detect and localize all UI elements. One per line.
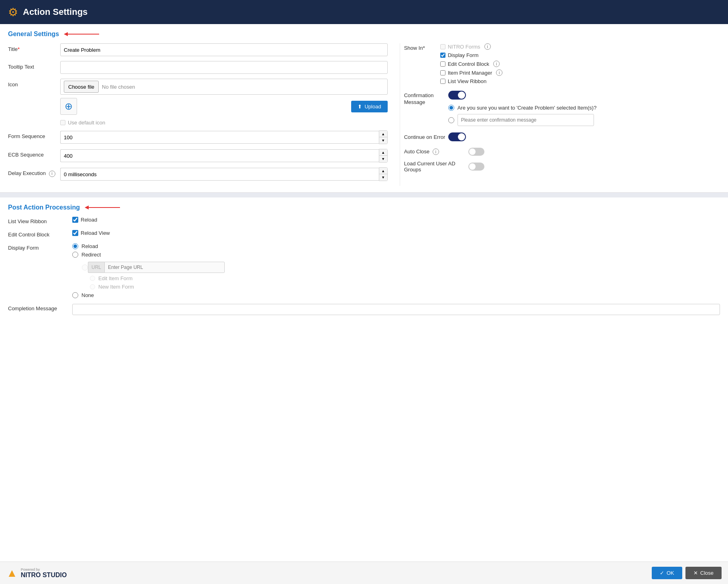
item-print-manager-info-icon: i xyxy=(496,69,502,76)
post-action-processing-section: Post Action Processing List View Ribbon … xyxy=(0,197,728,327)
ecb-sequence-up[interactable]: ▲ xyxy=(379,149,387,156)
confirmation-radio-2[interactable] xyxy=(448,114,597,126)
delay-execution-label: Delay Execution i xyxy=(8,167,60,177)
auto-close-info-icon: i xyxy=(433,149,439,155)
nitro-studio-text: NITRO STUDIO xyxy=(21,572,67,579)
icon-row: Icon Choose file No file chosen ⊕ ⬆ xyxy=(8,79,388,115)
ok-check-icon: ✓ xyxy=(660,570,664,576)
ecb-sequence-input[interactable] xyxy=(60,149,379,162)
nitro-branding: ▲ Powered by NITRO STUDIO xyxy=(6,567,67,580)
title-label: Title* xyxy=(8,43,60,52)
show-in-edit-control-block: Edit Control Block i xyxy=(440,61,503,67)
auto-close-toggle[interactable] xyxy=(468,148,484,156)
completion-message-label: Completion Message xyxy=(8,304,72,311)
use-default-icon-checkbox[interactable] xyxy=(60,120,65,125)
icon-file-input: Choose file No file chosen xyxy=(60,79,388,95)
form-sequence-up[interactable]: ▲ xyxy=(379,131,387,137)
completion-message-row: Completion Message xyxy=(8,304,720,315)
continue-on-error-row: Continue on Error xyxy=(404,132,720,141)
tooltip-row: Tooltip Text xyxy=(8,61,388,74)
display-form-none[interactable]: None xyxy=(72,292,225,298)
list-view-ribbon-reload[interactable]: Reload xyxy=(72,217,97,223)
list-view-ribbon-controls: Reload xyxy=(72,217,97,223)
edit-control-block-reload-view[interactable]: Reload View xyxy=(72,230,110,236)
ecb-sequence-input-wrap: ▲ ▼ xyxy=(60,149,388,163)
confirmation-message-row: ConfirmationMessage Are you sure you wan… xyxy=(404,91,720,126)
auto-close-label: Auto Close i xyxy=(404,149,468,155)
close-x-icon: ✕ xyxy=(693,570,698,576)
confirmation-radio-1[interactable]: Are you sure you want to 'Create Problem… xyxy=(448,105,597,111)
edit-control-block-controls: Reload View xyxy=(72,230,110,236)
delay-execution-info-icon: i xyxy=(49,171,55,177)
ecb-sequence-row: ECB Sequence ▲ ▼ xyxy=(8,149,388,163)
section-divider xyxy=(0,193,728,197)
display-form-redirect[interactable]: Redirect xyxy=(72,252,225,258)
title-row: Title* xyxy=(8,43,388,56)
form-sequence-input-wrap: ▲ ▼ xyxy=(60,130,388,144)
confirmation-message-controls: Are you sure you want to 'Create Problem… xyxy=(448,91,597,126)
right-col: Show In* NITRO Forms i Display Form xyxy=(400,43,720,186)
edit-control-block-row: Edit Control Block Reload View xyxy=(8,230,720,238)
form-sequence-down[interactable]: ▼ xyxy=(379,137,387,144)
choose-file-button[interactable]: Choose file xyxy=(64,81,99,93)
app-title: Action Settings xyxy=(23,7,87,17)
show-in-list: NITRO Forms i Display Form Edit Control … xyxy=(440,43,503,84)
close-button[interactable]: ✕ Close xyxy=(685,567,722,579)
show-in-item-print-manager: Item Print Manager i xyxy=(440,69,503,76)
confirmation-radio-group: Are you sure you want to 'Create Problem… xyxy=(448,105,597,126)
use-default-icon-row: Use default icon xyxy=(60,120,388,126)
load-current-user-label: Load Current User AD Groups xyxy=(404,161,468,173)
redirect-url-row: URL xyxy=(82,262,225,273)
left-col: Title* Tooltip Text Icon Choose file No xyxy=(8,43,400,186)
form-sequence-input[interactable] xyxy=(60,131,379,144)
display-form-controls: Reload Redirect URL Edit Item Form xyxy=(72,243,225,298)
completion-message-input[interactable] xyxy=(72,304,720,315)
general-settings-title: General Settings xyxy=(8,31,720,38)
continue-on-error-toggle[interactable] xyxy=(448,132,466,141)
delay-execution-input[interactable] xyxy=(60,168,379,181)
list-view-ribbon-row: List View Ribbon Reload xyxy=(8,217,720,224)
upload-button[interactable]: ⬆ Upload xyxy=(351,101,387,112)
show-in-nitro-forms: NITRO Forms i xyxy=(440,43,503,50)
nitro-text-block: Powered by NITRO STUDIO xyxy=(21,568,67,579)
delay-execution-down[interactable]: ▼ xyxy=(379,174,387,181)
tooltip-input[interactable] xyxy=(60,61,388,74)
show-in-display-form: Display Form xyxy=(440,52,503,58)
general-settings-arrow xyxy=(67,34,99,35)
title-input[interactable] xyxy=(60,43,388,56)
upload-icon: ⬆ xyxy=(358,104,362,110)
auto-close-row: Auto Close i xyxy=(404,148,720,156)
delay-execution-row: Delay Execution i ▲ ▼ xyxy=(8,167,388,181)
show-in-label: Show In* xyxy=(404,43,440,51)
form-sequence-label: Form Sequence xyxy=(8,130,60,139)
confirmation-message-input[interactable] xyxy=(458,114,594,126)
display-form-reload[interactable]: Reload xyxy=(72,243,225,249)
continue-on-error-label: Continue on Error xyxy=(404,132,448,141)
nitro-forms-checkbox[interactable] xyxy=(440,44,445,49)
redirect-url-input[interactable] xyxy=(104,262,225,273)
display-form-row: Display Form Reload Redirect URL xyxy=(8,243,720,298)
general-settings-section: General Settings Title* Tooltip Text xyxy=(0,24,728,193)
no-file-text: No file chosen xyxy=(102,84,135,90)
footer-buttons: ✓ OK ✕ Close xyxy=(652,567,722,579)
load-current-user-toggle[interactable] xyxy=(468,163,484,171)
url-label: URL xyxy=(88,262,104,273)
redirect-new-item-form[interactable]: New Item Form xyxy=(90,284,225,290)
item-print-manager-checkbox[interactable] xyxy=(440,70,445,75)
footer: ▲ Powered by NITRO STUDIO ✓ OK ✕ Close xyxy=(0,562,728,584)
delay-execution-up[interactable]: ▲ xyxy=(379,168,387,174)
confirmation-message-toggle[interactable] xyxy=(448,91,466,100)
ok-button[interactable]: ✓ OK xyxy=(652,567,682,579)
display-form-checkbox[interactable] xyxy=(440,53,445,58)
list-view-ribbon-label: List View Ribbon xyxy=(8,217,72,224)
post-action-processing-title: Post Action Processing xyxy=(8,204,720,211)
form-sequence-row: Form Sequence ▲ ▼ xyxy=(8,130,388,144)
list-view-ribbon-checkbox[interactable] xyxy=(440,79,445,84)
edit-control-block-checkbox[interactable] xyxy=(440,61,445,67)
ecb-sequence-spinner: ▲ ▼ xyxy=(379,149,388,163)
tooltip-label: Tooltip Text xyxy=(8,61,60,70)
ecb-sequence-down[interactable]: ▼ xyxy=(379,156,387,162)
icon-label: Icon xyxy=(8,79,60,87)
display-form-label: Display Form xyxy=(8,243,72,251)
redirect-edit-item-form[interactable]: Edit Item Form xyxy=(90,275,225,281)
